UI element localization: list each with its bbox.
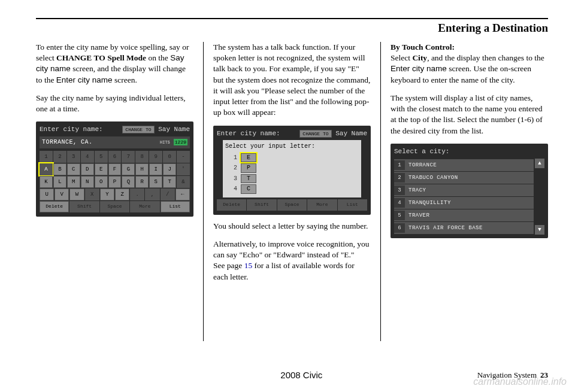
key-x: X [85,189,99,200]
change-to-button: CHANGE TO [122,126,154,133]
key-2: 2 [53,151,66,163]
col2-para1: The system has a talk back function. If … [213,42,371,118]
key-r: R [135,176,149,188]
key-5: 5 [95,151,108,163]
key-z: Z [115,189,129,200]
column-divider-2 [380,42,381,341]
key-v: V [55,189,69,200]
key-n: N [81,176,94,188]
key-c: C [67,163,80,175]
key-4: 4 [81,151,94,163]
shift-button: Shift [69,201,99,212]
key-0: 0 [163,151,176,163]
letter-popup: Select your input letter: 1E 2P 3T 4C [223,140,361,197]
key-l: L [53,176,66,188]
ss3-title: Select a city: [394,147,449,156]
key-y: Y [100,189,114,200]
shift-button-2: Shift [247,199,276,211]
column-1: To enter the city name by voice spelling… [36,42,201,341]
key-u: U [40,189,54,200]
key-back: ← [175,189,190,200]
key-d: D [81,163,94,175]
page-header: Entering a Destination [36,22,548,35]
list-button-2: List [338,199,367,211]
space-button: Space [100,201,129,212]
more-button: More [130,201,159,212]
popup-title: Select your input letter: [225,142,359,151]
more-button-2: More [307,199,337,211]
key-m: M [67,176,80,188]
key-i: I [149,163,162,175]
say-name-label: Say Name [158,126,190,133]
hits-count: 1229 [174,139,187,145]
city-input-value: TORRANCE, CA. [42,138,93,147]
key-g: G [122,163,135,175]
col2-para2: You should select a letter by saying the… [213,221,371,232]
key-dot: . [130,189,144,200]
space-button-2: Space [277,199,307,211]
key-apos: ' [177,163,190,175]
key-k: K [40,176,53,188]
list-button: List [161,201,190,212]
scroll-up-icon: ▲ [535,159,544,168]
col1-para1: To enter the city name by voice spelling… [36,42,193,86]
popup-option-3: T [241,174,256,184]
city-row-2: 2TRABUCO CANYON [394,172,534,184]
screenshot-enter-city-keyboard: Enter city name: CHANGE TO Say Name TORR… [36,121,193,217]
key-8: 8 [135,151,149,163]
col3-para2: The system will display a list of city n… [391,93,548,136]
key-6: 6 [108,151,122,163]
key-amp: & [177,176,190,188]
key-1: 1 [40,151,53,163]
change-to-button-2: CHANGE TO [299,130,331,138]
key-q: Q [122,176,135,188]
key-t: T [163,176,176,188]
col3-para1: By Touch Control: Select City, and the d… [391,42,548,86]
key-slash: / [161,189,175,200]
popup-option-4: C [241,184,256,194]
popup-option-2: P [241,163,256,173]
key-7: 7 [122,151,135,163]
city-row-3: 3TRACY [394,184,534,196]
column-divider-1 [203,42,204,341]
key-b: B [53,163,66,175]
screenshot-select-city-list: Select a city: 1TORRANCE 2TRABUCO CANYON… [391,144,548,239]
popup-option-1: E [241,153,256,163]
city-row-4: 4TRANQUILLITY [394,197,534,209]
key-dash: - [177,151,190,163]
scroll-down-icon: ▼ [535,225,544,235]
key-h: H [135,163,149,175]
key-comma: , [145,189,159,200]
ss2-title: Enter city name: [217,129,280,138]
delete-button: Delete [40,201,69,212]
key-w: W [69,189,84,200]
column-3: By Touch Control: Select City, and the d… [383,42,548,341]
key-e: E [95,163,108,175]
key-p: P [108,176,122,188]
city-row-1: 1TORRANCE [394,159,534,171]
model-year: 2008 Civic [126,370,477,380]
watermark: carmanualsonline.info [473,376,567,387]
key-f: F [108,163,122,175]
key-s: S [149,176,162,188]
key-9: 9 [149,151,162,163]
city-row-5: 5TRAVER [394,209,534,221]
ss1-title: Enter city name: [40,125,103,134]
say-name-label-2: Say Name [335,130,367,137]
page-link-15[interactable]: 15 [244,261,253,270]
key-j: J [163,163,176,175]
screenshot-select-input-letter: Enter city name: CHANGE TO Say Name Sele… [213,126,371,215]
key-3: 3 [67,151,80,163]
delete-button-2: Delete [217,199,246,211]
col1-para2: Say the city name by saying individual l… [36,93,193,114]
key-a: A [40,163,53,175]
column-2: The system has a talk back function. If … [206,42,378,341]
city-row-6: 6TRAVIS AIR FORCE BASE [394,222,534,234]
key-o: O [95,176,108,188]
col2-para3: Alternatively, to improve voice recognit… [213,239,371,282]
